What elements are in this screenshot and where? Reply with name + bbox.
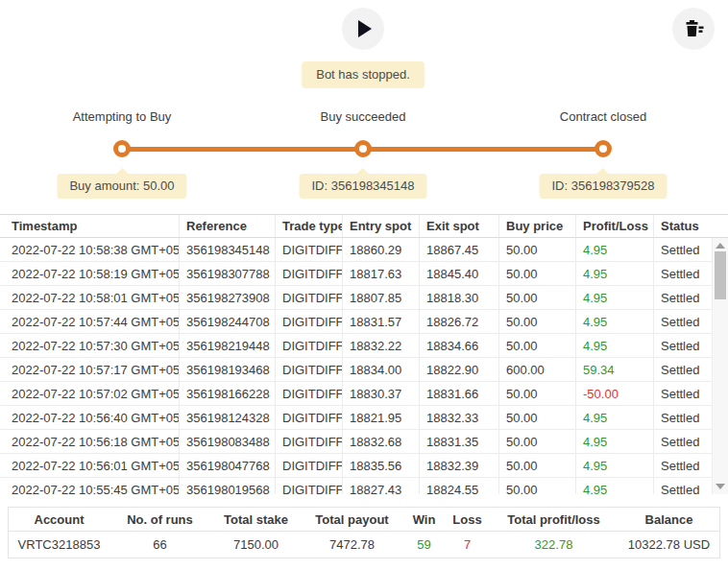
scrollbar-down-arrow[interactable] xyxy=(716,484,725,489)
cell-reference: 356198219448 xyxy=(179,334,275,357)
clear-transactions-button[interactable] xyxy=(672,8,715,50)
table-row[interactable]: 2022-07-22 10:58:38 GMT+0530 35619834514… xyxy=(0,238,728,262)
tracker-dot-1 xyxy=(113,140,131,157)
contracts-table-header: Timestamp Reference Trade type Entry spo… xyxy=(0,214,728,238)
cell-trade-type: DIGITDIFF xyxy=(275,382,342,405)
cell-profit-loss: -50.00 xyxy=(575,382,653,405)
cell-timestamp: 2022-07-22 10:56:40 GMT+0530 xyxy=(0,406,179,429)
cell-status: Settled xyxy=(653,382,711,405)
scrollbar-up-arrow[interactable] xyxy=(716,243,725,249)
table-row[interactable]: 2022-07-22 10:56:40 GMT+0530 35619812432… xyxy=(0,406,728,430)
cell-profit-loss: 4.95 xyxy=(575,478,653,494)
summary-balance: 10322.78 USD xyxy=(619,537,719,552)
cell-exit-spot: 18824.55 xyxy=(419,478,498,494)
table-row[interactable]: 2022-07-22 10:56:01 GMT+0530 35619804776… xyxy=(0,454,728,478)
bot-status-notice: Bot has stopped. xyxy=(302,61,425,88)
cell-status: Settled xyxy=(653,358,711,381)
table-row[interactable]: 2022-07-22 10:57:30 GMT+0530 35619821944… xyxy=(0,334,728,358)
contracts-table-body: 2022-07-22 10:58:38 GMT+0530 35619834514… xyxy=(0,238,728,494)
tooltip-buy-id: ID: 356198345148 xyxy=(300,174,427,199)
cell-entry-spot: 18860.29 xyxy=(342,238,419,261)
cell-status: Settled xyxy=(653,454,711,477)
cell-status: Settled xyxy=(653,430,711,453)
cell-trade-type: DIGITDIFF xyxy=(275,334,342,357)
col-header-exit-spot: Exit spot xyxy=(419,215,498,237)
table-row[interactable]: 2022-07-22 10:57:02 GMT+0530 35619816622… xyxy=(0,382,728,406)
cell-buy-price: 50.00 xyxy=(498,310,575,333)
summary-col-balance: Balance xyxy=(619,512,719,527)
col-header-status: Status xyxy=(653,215,711,237)
table-row[interactable]: 2022-07-22 10:56:18 GMT+0530 35619808348… xyxy=(0,430,728,454)
cell-reference: 356198019568 xyxy=(179,478,275,494)
summary-col-total-stake: Total stake xyxy=(210,512,302,527)
cell-trade-type: DIGITDIFF xyxy=(275,430,342,453)
cell-exit-spot: 18822.90 xyxy=(419,358,498,381)
cell-reference: 356198124328 xyxy=(179,406,275,429)
summary-table: Account No. of runs Total stake Total pa… xyxy=(8,507,720,558)
cell-exit-spot: 18831.35 xyxy=(419,430,498,453)
cell-entry-spot: 18831.57 xyxy=(342,310,419,333)
table-row[interactable]: 2022-07-22 10:57:17 GMT+0530 35619819346… xyxy=(0,358,728,382)
col-header-entry-spot: Entry spot xyxy=(342,215,419,237)
summary-col-total-profit-loss: Total profit/loss xyxy=(489,512,619,527)
cell-profit-loss: 4.95 xyxy=(575,238,653,261)
cell-trade-type: DIGITDIFF xyxy=(275,262,342,285)
table-row[interactable]: 2022-07-22 10:57:44 GMT+0530 35619824470… xyxy=(0,310,728,334)
summary-loss: 7 xyxy=(446,537,489,552)
cell-exit-spot: 18831.66 xyxy=(419,382,498,405)
scrollbar-thumb[interactable] xyxy=(715,251,726,299)
cell-profit-loss: 4.95 xyxy=(575,454,653,477)
tooltip-buy-amount: Buy amount: 50.00 xyxy=(57,174,186,199)
cell-trade-type: DIGITDIFF xyxy=(275,286,342,309)
table-row[interactable]: 2022-07-22 10:55:45 GMT+0530 35619801956… xyxy=(0,478,728,494)
cell-reference: 356198193468 xyxy=(179,358,275,381)
step-label-contract-closed: Contract closed xyxy=(560,109,646,124)
summary-total-stake: 7150.00 xyxy=(210,537,302,552)
summary-total-payout: 7472.78 xyxy=(302,537,402,552)
col-header-buy-price: Buy price xyxy=(498,215,575,237)
cell-timestamp: 2022-07-22 10:58:01 GMT+0530 xyxy=(0,286,179,309)
cell-timestamp: 2022-07-22 10:56:18 GMT+0530 xyxy=(0,430,179,453)
summary-col-total-payout: Total payout xyxy=(302,512,402,527)
summary-col-loss: Loss xyxy=(446,512,489,527)
cell-timestamp: 2022-07-22 10:57:30 GMT+0530 xyxy=(0,334,179,357)
cell-reference: 356198273908 xyxy=(179,286,275,309)
cell-profit-loss: 59.34 xyxy=(575,358,653,381)
contracts-table: Timestamp Reference Trade type Entry spo… xyxy=(0,214,728,494)
summary-account: VRTC3218853 xyxy=(9,537,109,552)
cell-buy-price: 50.00 xyxy=(498,262,575,285)
cell-entry-spot: 18830.37 xyxy=(342,382,419,405)
summary-runs: 66 xyxy=(109,537,210,552)
cell-timestamp: 2022-07-22 10:58:19 GMT+0530 xyxy=(0,262,179,285)
table-row[interactable]: 2022-07-22 10:58:01 GMT+0530 35619827390… xyxy=(0,286,728,310)
cell-profit-loss: 4.95 xyxy=(575,310,653,333)
table-scrollbar[interactable] xyxy=(712,238,728,494)
cell-trade-type: DIGITDIFF xyxy=(275,238,342,261)
cell-exit-spot: 18818.30 xyxy=(419,286,498,309)
table-row[interactable]: 2022-07-22 10:58:19 GMT+0530 35619830778… xyxy=(0,262,728,286)
cell-profit-loss: 4.95 xyxy=(575,430,653,453)
summary-header-row: Account No. of runs Total stake Total pa… xyxy=(9,508,719,532)
cell-reference: 356198345148 xyxy=(179,238,275,261)
cell-timestamp: 2022-07-22 10:55:45 GMT+0530 xyxy=(0,478,179,494)
cell-status: Settled xyxy=(653,478,711,494)
cell-profit-loss: 4.95 xyxy=(575,334,653,357)
play-icon xyxy=(358,20,372,37)
cell-trade-type: DIGITDIFF xyxy=(275,310,342,333)
tracker-dot-2 xyxy=(354,140,372,157)
cell-timestamp: 2022-07-22 10:57:17 GMT+0530 xyxy=(0,358,179,381)
bot-trading-page: Bot has stopped. Attempting to Buy Buy s… xyxy=(0,0,728,570)
cell-buy-price: 50.00 xyxy=(498,238,575,261)
cell-exit-spot: 18845.40 xyxy=(419,262,498,285)
cell-status: Settled xyxy=(653,334,711,357)
cell-exit-spot: 18826.72 xyxy=(419,310,498,333)
cell-exit-spot: 18832.39 xyxy=(419,454,498,477)
col-header-reference: Reference xyxy=(179,215,275,237)
cell-reference: 356198083488 xyxy=(179,430,275,453)
cell-timestamp: 2022-07-22 10:56:01 GMT+0530 xyxy=(0,454,179,477)
cell-buy-price: 600.00 xyxy=(498,358,575,381)
col-header-trade-type: Trade type xyxy=(275,215,342,237)
summary-total-profit-loss: 322.78 xyxy=(489,537,619,552)
run-bot-button[interactable] xyxy=(342,8,384,50)
summary-col-win: Win xyxy=(402,512,446,527)
